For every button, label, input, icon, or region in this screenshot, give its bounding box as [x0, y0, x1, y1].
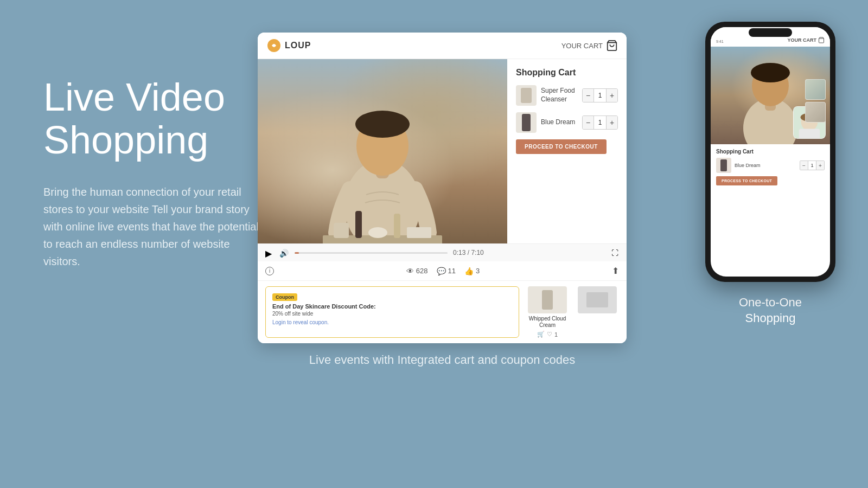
logo-text: LOUP: [285, 41, 311, 50]
video-main-area: Shopping Cart Super Food Cleanser − 1 +: [258, 59, 627, 243]
cart-item-2-decrease[interactable]: −: [583, 116, 593, 129]
stats-row: i 👁 628 💬 11 👍 3 ⬆: [258, 261, 627, 280]
cart-item-2-qty-value: 1: [593, 116, 607, 129]
phone-decrease-btn[interactable]: −: [800, 161, 808, 170]
svg-point-11: [751, 63, 790, 82]
phone-cart-label-text: YOUR CART: [788, 37, 817, 43]
phone-increase-btn[interactable]: +: [816, 161, 824, 170]
cart-item-2-thumb: [522, 114, 531, 131]
phone-cart-item: Blue Dream − 1 +: [716, 158, 825, 173]
progress-bar[interactable]: [295, 252, 448, 254]
video-player: LOUP YOUR CART: [258, 33, 627, 343]
cart-icon: [606, 40, 618, 52]
views-stat: 👁 628: [406, 267, 428, 275]
hero-title: Live Video Shopping: [43, 76, 260, 162]
checkout-button[interactable]: PROCEED TO CHECKOUT: [516, 139, 607, 154]
phone-thumbnails: [805, 79, 826, 123]
phone-cart-item-thumb: [716, 158, 731, 173]
one-to-one-label: One-to-One Shopping: [739, 295, 802, 326]
views-count: 628: [416, 267, 428, 275]
product-cart-icon[interactable]: 🛒: [537, 331, 545, 338]
cart-item-2-increase[interactable]: +: [607, 116, 617, 129]
phone-qty-value: 1: [808, 161, 816, 170]
coupon-title: End of Day Skincare Discount Code:: [272, 303, 512, 310]
counter-product-2: [355, 211, 362, 238]
phone-cart-label[interactable]: YOUR CART: [788, 37, 825, 43]
phone-cart-panel: Shopping Cart Blue Dream − 1 + PROCESS T…: [711, 144, 830, 192]
comments-count: 11: [448, 267, 456, 275]
phone-qty-control[interactable]: − 1 +: [800, 160, 825, 170]
play-icon[interactable]: ▶: [265, 248, 274, 257]
svg-rect-15: [799, 129, 820, 138]
cart-item-1-increase[interactable]: +: [607, 89, 617, 102]
product-actions-1[interactable]: 🛒 ♡ 1: [537, 331, 558, 338]
video-controls-bar: ▶ 🔊 0:13 / 7:10 ⛶: [258, 243, 627, 261]
progress-fill: [295, 252, 299, 254]
product-card-2: [576, 286, 619, 338]
product-card-1: Whipped Cloud Cream 🛒 ♡ 1: [526, 286, 569, 338]
product-thumb-2-inner: [586, 292, 608, 307]
hero-description: Bring the human connection of your retai…: [43, 183, 260, 270]
phone-video-area: [711, 47, 830, 144]
coupon-box: Coupon End of Day Skincare Discount Code…: [265, 286, 519, 338]
cart-item-2-qty-control[interactable]: − 1 +: [582, 115, 618, 130]
volume-icon[interactable]: 🔊: [279, 249, 289, 256]
cart-label-text: YOUR CART: [561, 42, 603, 50]
coupon-login-link[interactable]: Login to reveal coupon.: [272, 319, 329, 325]
loup-logo-icon: [266, 38, 282, 53]
share-button[interactable]: ⬆: [612, 266, 619, 276]
product-likes-count: 1: [554, 331, 558, 338]
phone-item-name: Blue Dream: [735, 163, 796, 168]
phone-frame: 9:41 YOUR CART: [705, 22, 835, 282]
cart-item-2-image: [516, 112, 537, 133]
product-name-1: Whipped Cloud Cream: [526, 316, 569, 329]
video-frame: [258, 59, 507, 243]
player-topbar: LOUP YOUR CART: [258, 33, 627, 59]
chat-icon: 💬: [437, 267, 446, 275]
eye-icon: 👁: [406, 267, 414, 275]
cart-item-1-decrease[interactable]: −: [583, 89, 593, 102]
right-section: 9:41 YOUR CART: [705, 22, 835, 326]
hero-section: Live Video Shopping Bring the human conn…: [43, 76, 260, 270]
cart-item-2: Blue Dream − 1 +: [516, 112, 618, 133]
product-thumb-1-inner: [542, 290, 553, 310]
phone-cart-item-image: [716, 158, 731, 173]
counter-product-1: [334, 223, 349, 238]
counter-product-4: [394, 214, 400, 238]
phone-thumb-1: [805, 79, 826, 100]
svg-point-5: [355, 111, 410, 138]
phone-thumb-2: [805, 102, 826, 123]
phone-status-bar: 9:41: [716, 37, 724, 43]
cart-item-1-qty-control[interactable]: − 1 +: [582, 88, 618, 102]
product-thumb-1: [528, 286, 567, 313]
product-thumb-2: [578, 286, 617, 313]
cart-item-2-name: Blue Dream: [541, 118, 578, 127]
info-icon[interactable]: i: [265, 267, 274, 275]
counter-product-3: [368, 227, 387, 238]
time-display: 0:13 / 7:10: [453, 249, 606, 256]
counter-items: [334, 211, 431, 238]
phone-cart-title: Shopping Cart: [716, 149, 825, 155]
cart-item-1-qty-value: 1: [593, 89, 607, 102]
center-section: LOUP YOUR CART: [258, 33, 627, 367]
phone-checkout-button[interactable]: PROCESS TO CHECKOUT: [716, 176, 777, 185]
cart-item-1-name: Super Food Cleanser: [541, 87, 578, 104]
coupon-desc: 20% off site wide: [272, 311, 512, 317]
phone-cart-icon: [818, 37, 825, 43]
product-heart-icon[interactable]: ♡: [547, 331, 552, 338]
products-row: Coupon End of Day Skincare Discount Code…: [258, 280, 627, 343]
cart-item-1: Super Food Cleanser − 1 +: [516, 85, 618, 106]
coupon-tag: Coupon: [272, 293, 297, 301]
fullscreen-icon[interactable]: ⛶: [611, 249, 619, 256]
counter-product-5: [407, 227, 431, 238]
comments-stat: 💬 11: [437, 267, 456, 275]
phone-screen: 9:41 YOUR CART: [711, 27, 830, 277]
likes-count: 3: [476, 267, 480, 275]
shopping-cart-panel: Shopping Cart Super Food Cleanser − 1 +: [507, 59, 627, 243]
likes-stat: 👍 3: [464, 267, 480, 275]
cart-item-1-image: [516, 85, 537, 106]
caption-text: Live events with Integrated cart and cou…: [258, 353, 627, 367]
cart-item-1-thumb: [521, 88, 532, 103]
cart-area[interactable]: YOUR CART: [561, 40, 618, 52]
cart-panel-title: Shopping Cart: [516, 68, 618, 78]
